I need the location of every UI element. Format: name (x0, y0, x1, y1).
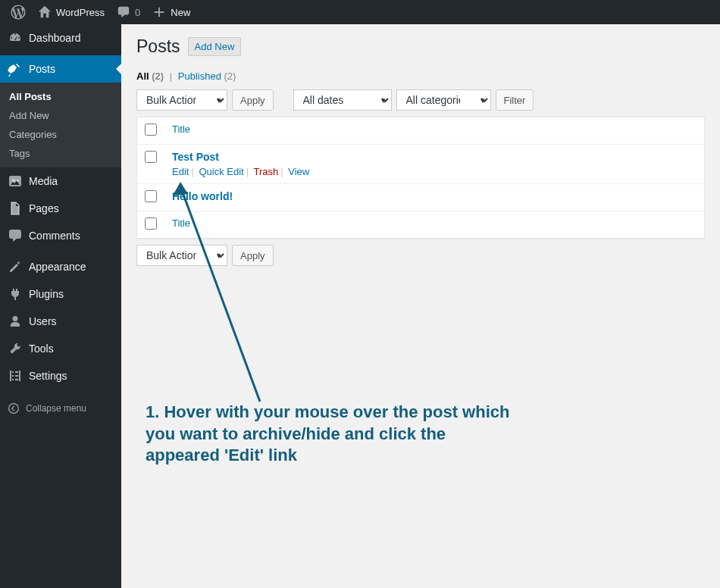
column-title-footer[interactable]: Title (164, 211, 705, 239)
pin-icon (8, 61, 23, 77)
menu-plugins[interactable]: Plugins (0, 280, 121, 308)
menu-users[interactable]: Users (0, 308, 121, 335)
tablenav-top: Bulk Actions Apply All dates All categor… (136, 89, 705, 111)
quick-edit-link[interactable]: Quick Edit (199, 166, 243, 177)
filter-published[interactable]: Published (2) (178, 70, 236, 82)
edit-link[interactable]: Edit (172, 166, 189, 177)
admin-sidebar: Dashboard Posts All Posts Add New Catego… (0, 24, 121, 588)
row-checkbox[interactable] (145, 190, 157, 202)
site-name-label: WordPress (56, 7, 105, 18)
select-all-checkbox-top[interactable] (145, 124, 157, 136)
dashboard-icon (8, 30, 23, 45)
content-area: Posts Add New All (2) | Published (2) Bu… (121, 24, 720, 588)
comments-link[interactable]: 0 (111, 0, 146, 24)
column-title-header[interactable]: Title (164, 117, 705, 145)
posts-table: Title Test Post Edit| Quick Edit| Trash|… (136, 117, 705, 239)
settings-icon (8, 368, 23, 383)
collapse-icon (8, 402, 20, 414)
menu-pages[interactable]: Pages (0, 195, 121, 222)
date-filter-select[interactable]: All dates (293, 89, 392, 111)
media-icon (8, 174, 23, 189)
subitem-tags[interactable]: Tags (0, 144, 121, 163)
view-link[interactable]: View (288, 166, 309, 177)
filter-button[interactable]: Filter (496, 89, 534, 111)
wordpress-icon (11, 5, 26, 20)
table-row: Test Post Edit| Quick Edit| Trash| View (137, 145, 705, 184)
category-filter-select[interactable]: All categories (396, 89, 491, 111)
home-icon (38, 5, 52, 19)
comments-icon (8, 228, 23, 243)
users-icon (8, 314, 23, 329)
page-heading: Posts Add New (136, 36, 705, 57)
annotation-text: 1. Hover with your mouse over the post w… (146, 402, 524, 467)
svg-point-1 (9, 404, 19, 414)
menu-dashboard[interactable]: Dashboard (0, 24, 121, 52)
menu-media[interactable]: Media (0, 167, 121, 195)
comments-count: 0 (135, 7, 140, 18)
plugins-icon (8, 286, 23, 302)
menu-appearance[interactable]: Appearance (0, 253, 121, 280)
menu-posts[interactable]: Posts (0, 55, 121, 83)
table-row: Hello world! (137, 184, 705, 211)
post-title-link[interactable]: Hello world! (172, 190, 233, 202)
pages-icon (8, 201, 23, 216)
tools-icon (8, 341, 23, 356)
apply-button-bottom[interactable]: Apply (232, 245, 274, 266)
menu-comments[interactable]: Comments (0, 222, 121, 249)
trash-link[interactable]: Trash (253, 166, 278, 177)
apply-button-top[interactable]: Apply (232, 89, 274, 111)
subitem-categories[interactable]: Categories (0, 125, 121, 144)
submenu-posts: All Posts Add New Categories Tags (0, 83, 121, 167)
add-new-button[interactable]: Add New (188, 37, 242, 56)
new-content-link[interactable]: New (146, 0, 196, 24)
select-all-checkbox-bottom[interactable] (145, 217, 157, 230)
bulk-actions-select-bottom[interactable]: Bulk Actions (136, 245, 227, 266)
post-title-link[interactable]: Test Post (172, 151, 219, 163)
menu-tools[interactable]: Tools (0, 335, 121, 362)
tablenav-bottom: Bulk Actions Apply (136, 245, 705, 266)
new-content-label: New (171, 7, 190, 18)
collapse-menu-button[interactable]: Collapse menu (0, 396, 121, 421)
subitem-all-posts[interactable]: All Posts (0, 87, 121, 106)
site-name-link[interactable]: WordPress (32, 0, 111, 24)
row-actions: Edit| Quick Edit| Trash| View (172, 166, 697, 177)
row-checkbox[interactable] (145, 151, 157, 163)
appearance-icon (8, 259, 23, 274)
filter-all[interactable]: All (2) (136, 70, 164, 82)
subitem-add-new[interactable]: Add New (0, 106, 121, 125)
wp-logo-menu[interactable] (5, 0, 32, 24)
menu-settings[interactable]: Settings (0, 362, 121, 389)
plus-icon (152, 5, 166, 19)
page-title: Posts (136, 36, 180, 57)
admin-bar: WordPress 0 New (0, 0, 720, 24)
bulk-actions-select[interactable]: Bulk Actions (136, 89, 227, 111)
select-all-header (137, 117, 165, 145)
post-status-filters: All (2) | Published (2) (136, 70, 705, 82)
comment-icon (117, 5, 130, 19)
